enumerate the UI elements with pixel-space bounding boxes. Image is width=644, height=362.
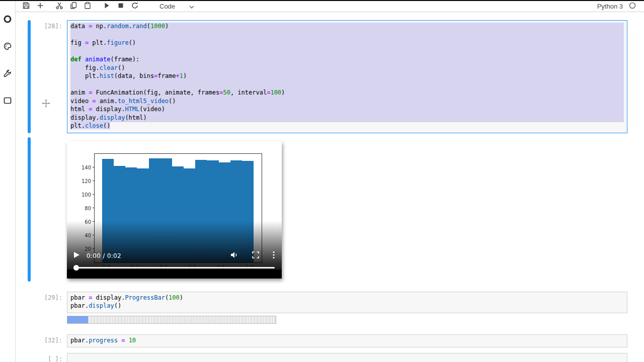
video-menu-button[interactable] xyxy=(272,251,275,261)
video-time: 0:00 / 0:02 xyxy=(87,252,121,259)
cell-type-label: Code xyxy=(159,3,175,10)
code-line: pbar = display.ProgressBar(100) xyxy=(70,294,624,303)
progress-bar-fill xyxy=(67,316,88,323)
output-prompt xyxy=(31,313,67,324)
fullscreen-icon xyxy=(252,251,259,260)
save-button[interactable] xyxy=(22,2,31,11)
video-gradient-overlay xyxy=(67,221,282,279)
play-icon xyxy=(73,251,80,260)
code-line: plt.close() xyxy=(70,122,624,131)
code-line xyxy=(70,48,624,56)
video-controls: 0:00 / 0:02 xyxy=(73,251,275,260)
video-player[interactable]: 0.00.20.40.60.81.0 20406080100120140 0:0… xyxy=(67,141,282,279)
volume-button[interactable] xyxy=(230,251,239,260)
run-button[interactable] xyxy=(102,2,111,11)
input-prompt: [28]: xyxy=(31,20,67,133)
insert-cell-button[interactable] xyxy=(36,2,45,11)
y-tick-label: 100 xyxy=(82,192,91,198)
y-tick-mark xyxy=(93,167,95,167)
y-tick-label: 120 xyxy=(82,178,91,184)
code-cell-32: [32]: pbar.progress = 10 xyxy=(16,334,644,348)
paste-icon xyxy=(84,2,92,12)
code-line: pbar.display() xyxy=(70,302,624,311)
y-tick-mark xyxy=(93,208,95,208)
code-line: pbar.progress = 10 xyxy=(70,337,624,345)
output-area-28: 0.00.20.40.60.81.0 20406080100120140 0:0… xyxy=(16,137,644,282)
run-icon xyxy=(103,2,111,12)
code-line xyxy=(70,355,624,362)
code-line: fig.clear() xyxy=(70,64,624,73)
play-button[interactable] xyxy=(73,251,80,260)
code-editor-32[interactable]: pbar.progress = 10 xyxy=(67,334,627,348)
y-tick-label: 140 xyxy=(82,165,91,170)
copy-icon xyxy=(69,2,77,12)
code-line: plt.hist(data, bins=frame+1) xyxy=(70,72,624,81)
code-line: display.display(html) xyxy=(70,114,624,123)
input-prompt: [ ]: xyxy=(31,353,67,362)
cut-cells-button[interactable] xyxy=(55,2,64,11)
y-tick-mark xyxy=(93,194,95,195)
plus-icon xyxy=(36,2,44,12)
restart-icon xyxy=(131,2,139,12)
code-editor-28[interactable]: data = np.random.rand(1000) fig = plt.fi… xyxy=(67,20,627,133)
record-icon xyxy=(3,15,12,26)
save-icon xyxy=(22,2,30,12)
sidebar-record-button[interactable] xyxy=(3,15,13,25)
input-prompt: [32]: xyxy=(31,334,67,348)
code-line: def animate(frame): xyxy=(70,56,624,64)
palette-icon xyxy=(3,42,12,53)
paste-cells-button[interactable] xyxy=(83,2,92,11)
sidebar-tools-button[interactable] xyxy=(3,69,13,79)
volume-icon xyxy=(230,251,239,260)
input-prompt: [29]: xyxy=(31,292,67,313)
code-line: video = anim.to_html5_video() xyxy=(70,98,624,106)
scissors-icon xyxy=(55,2,63,12)
jupyterlab-app: Code Python 3 [28]: data = np.random.ran… xyxy=(0,1,644,362)
activity-sidebar xyxy=(0,1,16,362)
progress-bar-track xyxy=(67,316,276,324)
notebook-toolbar: Code Python 3 xyxy=(16,1,644,12)
kernel-name[interactable]: Python 3 xyxy=(597,3,623,10)
kebab-menu-icon xyxy=(272,251,275,261)
code-line: anim = FuncAnimation(fig, animate, frame… xyxy=(70,89,624,98)
code-line: fig = plt.figure() xyxy=(70,39,624,48)
y-tick-mark xyxy=(93,180,95,181)
video-seek-bar[interactable] xyxy=(74,267,275,268)
output-prompt xyxy=(31,137,67,282)
y-tick-label: 80 xyxy=(85,206,91,211)
window-icon xyxy=(3,96,12,107)
code-line: html = display.HTML(video) xyxy=(70,106,624,114)
code-cell-28: [28]: data = np.random.rand(1000) fig = … xyxy=(16,20,644,133)
seek-handle[interactable] xyxy=(73,265,79,270)
interrupt-kernel-button[interactable] xyxy=(116,2,125,11)
code-line xyxy=(70,31,624,40)
output-area-29 xyxy=(16,313,644,324)
cell-type-dropdown[interactable]: Code xyxy=(159,3,194,10)
code-editor-29[interactable]: pbar = display.ProgressBar(100)pbar.disp… xyxy=(67,292,627,313)
chevron-down-icon xyxy=(189,3,194,10)
fullscreen-button[interactable] xyxy=(252,251,259,260)
sidebar-window-button[interactable] xyxy=(3,97,13,107)
kernel-indicator: Python 3 xyxy=(597,2,644,11)
kernel-status-icon xyxy=(629,2,636,11)
code-cell-empty: [ ]: xyxy=(16,353,644,362)
notebook-panel: [28]: data = np.random.rand(1000) fig = … xyxy=(16,12,644,362)
code-line xyxy=(70,81,624,89)
restart-kernel-button[interactable] xyxy=(130,2,139,11)
code-editor-empty[interactable] xyxy=(67,353,627,362)
code-line: data = np.random.rand(1000) xyxy=(70,23,624,31)
copy-cells-button[interactable] xyxy=(69,2,78,11)
wrench-icon xyxy=(3,69,12,80)
code-cell-29: [29]: pbar = display.ProgressBar(100)pba… xyxy=(16,292,644,313)
sidebar-palette-button[interactable] xyxy=(3,42,13,52)
stop-icon xyxy=(117,2,125,12)
